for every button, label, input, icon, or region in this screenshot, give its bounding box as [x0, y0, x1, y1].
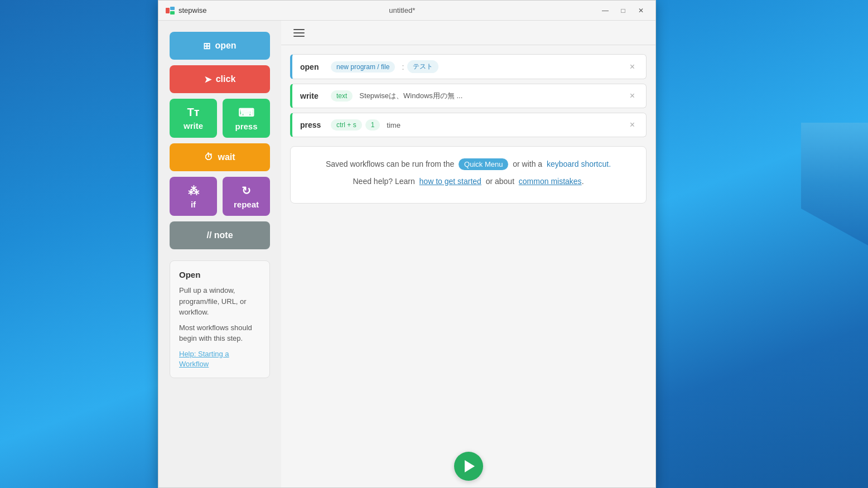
play-button[interactable] [454, 452, 483, 481]
press-button[interactable]: ⌨ press [223, 99, 270, 138]
info-panel-text3: Need help? Learn [353, 177, 414, 186]
step-open-close[interactable]: × [626, 61, 638, 73]
press-label: press [235, 122, 257, 131]
maximize-button[interactable]: □ [615, 5, 631, 16]
minimize-button[interactable]: — [597, 5, 613, 16]
quick-menu-link[interactable]: Quick Menu [459, 158, 508, 170]
open-icon: ⊞ [203, 41, 210, 51]
info-title: Open [179, 270, 261, 279]
info-panel-line2: Need help? Learn how to get started or a… [304, 175, 633, 187]
repeat-button[interactable]: ↻ repeat [223, 177, 270, 216]
step-open-label: open [300, 62, 325, 71]
write-press-row: Tт write ⌨ press [170, 99, 270, 138]
step-press-tag1[interactable]: ctrl + s [331, 119, 362, 131]
how-to-link[interactable]: how to get started [419, 177, 481, 186]
write-icon: Tт [187, 106, 199, 119]
step-open-separator: : [402, 62, 404, 71]
step-write-tag[interactable]: text [331, 90, 353, 102]
open-label: open [215, 41, 236, 51]
info-text-2: Most workflows should begin with this st… [179, 322, 261, 344]
window-title: untitled* [389, 6, 415, 15]
if-label: if [191, 200, 196, 209]
repeat-icon: ↻ [242, 184, 251, 197]
step-open-tag[interactable]: new program / file [331, 61, 395, 73]
play-btn-container [281, 445, 655, 487]
app-body: ⊞ open ➤ click Tт write ⌨ press ⏱ wait [158, 21, 655, 487]
step-open-value[interactable]: テスト [407, 60, 438, 73]
info-panel-text2: or with a [513, 160, 542, 168]
step-write: write text Stepwiseは、Windows用の無 ... × [290, 84, 647, 108]
title-bar: stepwise untitled* — □ ✕ [158, 1, 655, 21]
step-open: open new program / file : テスト × [290, 54, 647, 79]
common-mistakes-link[interactable]: common mistakes [519, 177, 582, 186]
app-name: stepwise [179, 6, 207, 15]
if-button[interactable]: ⁂ if [170, 177, 217, 216]
svg-rect-2 [170, 11, 175, 15]
play-icon [465, 460, 475, 472]
svg-rect-1 [170, 7, 175, 10]
wait-label: wait [218, 152, 235, 162]
main-content: open new program / file : テスト × write te… [281, 21, 655, 487]
note-button[interactable]: // note [170, 221, 270, 249]
workflow-area: open new program / file : テスト × write te… [281, 45, 655, 445]
step-press-label: press [300, 120, 325, 129]
click-button[interactable]: ➤ click [170, 65, 270, 93]
title-bar-left: stepwise [165, 6, 207, 16]
info-link[interactable]: Help: Starting a Workflow [179, 350, 229, 368]
info-panel-text1: Saved workflows can be run from the [326, 160, 454, 168]
note-label: // note [206, 230, 233, 240]
repeat-label: repeat [234, 200, 259, 209]
step-press-close[interactable]: × [626, 119, 638, 131]
click-icon: ➤ [204, 74, 211, 85]
info-box: Open Pull up a window, program/file, URL… [170, 260, 270, 378]
info-text-1: Pull up a window, program/file, URL, or … [179, 285, 261, 318]
title-bar-controls: — □ ✕ [597, 5, 649, 16]
hamburger-line-1 [293, 29, 305, 30]
wait-button[interactable]: ⏱ wait [170, 143, 270, 171]
step-write-label: write [300, 91, 325, 100]
step-press-tag2[interactable]: 1 [365, 119, 380, 131]
if-icon: ⁂ [188, 184, 199, 197]
step-press-text: time [387, 121, 401, 129]
app-window: stepwise untitled* — □ ✕ ⊞ open ➤ click … [158, 0, 656, 488]
svg-rect-0 [166, 8, 170, 13]
app-logo: stepwise [165, 6, 207, 16]
step-write-close[interactable]: × [626, 90, 638, 102]
info-panel-line1: Saved workflows can be run from the Quic… [304, 158, 633, 171]
hamburger-menu-button[interactable] [290, 26, 308, 40]
info-panel-text4: or about [486, 177, 514, 186]
sidebar: ⊞ open ➤ click Tт write ⌨ press ⏱ wait [158, 21, 281, 487]
logo-icon [165, 6, 175, 16]
hamburger-line-3 [293, 36, 305, 37]
write-label: write [184, 121, 203, 131]
press-icon: ⌨ [238, 106, 254, 119]
write-button[interactable]: Tт write [170, 99, 217, 138]
step-write-content[interactable]: Stepwiseは、Windows用の無 ... [359, 91, 462, 101]
hamburger-line-2 [293, 32, 305, 33]
open-button[interactable]: ⊞ open [170, 32, 270, 60]
info-panel: Saved workflows can be run from the Quic… [290, 146, 647, 204]
menu-bar [281, 21, 655, 45]
wait-icon: ⏱ [204, 152, 213, 162]
keyboard-shortcut-link[interactable]: keyboard shortcut. [547, 160, 611, 168]
step-press: press ctrl + s 1 time × [290, 113, 647, 137]
click-label: click [216, 74, 236, 84]
period: . [582, 177, 584, 186]
if-repeat-row: ⁂ if ↻ repeat [170, 177, 270, 216]
close-button[interactable]: ✕ [633, 5, 649, 16]
